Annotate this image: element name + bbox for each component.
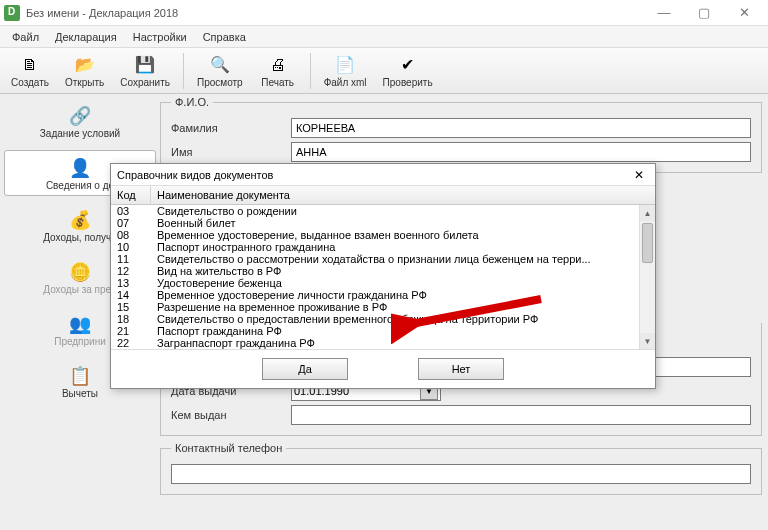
money-icon: 💰 (68, 208, 92, 232)
coins-icon: 🪙 (68, 260, 92, 284)
table-row[interactable]: 14Временное удостоверение личности гражд… (111, 289, 655, 301)
dialog-list: 03Свидетельство о рождении07Военный биле… (111, 205, 655, 349)
menu-file[interactable]: Файл (4, 29, 47, 45)
row-name: Свидетельство о предоставлении временног… (151, 313, 655, 325)
menu-help[interactable]: Справка (195, 29, 254, 45)
dialog-button-row: Да Нет (111, 349, 655, 388)
row-name: Свидетельство о рассмотрении ходатайства… (151, 253, 655, 265)
table-row[interactable]: 03Свидетельство о рождении (111, 205, 655, 217)
close-button[interactable]: ✕ (724, 2, 764, 24)
toolbar-sep (310, 53, 311, 89)
lastname-label: Фамилия (171, 122, 291, 134)
row-code: 14 (111, 289, 151, 301)
toolbar-sep (183, 53, 184, 89)
table-row[interactable]: 10Паспорт иностранного гражданина (111, 241, 655, 253)
dialog-no-button[interactable]: Нет (418, 358, 504, 380)
row-code: 13 (111, 277, 151, 289)
dialog-titlebar: Справочник видов документов ✕ (111, 164, 655, 186)
create-icon: 🗎 (19, 54, 41, 76)
person-icon: 👤 (68, 156, 92, 180)
toolbar-open[interactable]: 📂Открыть (58, 51, 111, 91)
minimize-button[interactable]: — (644, 2, 684, 24)
row-code: 07 (111, 217, 151, 229)
row-code: 08 (111, 229, 151, 241)
table-row[interactable]: 18Свидетельство о предоставлении временн… (111, 313, 655, 325)
dialog-title: Справочник видов документов (117, 169, 273, 181)
row-code: 10 (111, 241, 151, 253)
phone-fieldset: Контактный телефон (160, 442, 762, 495)
firstname-label: Имя (171, 146, 291, 158)
table-row[interactable]: 15Разрешение на временное проживание в Р… (111, 301, 655, 313)
toolbar-check[interactable]: ✔Проверить (376, 51, 440, 91)
phone-input[interactable] (171, 464, 751, 484)
row-name: Разрешение на временное проживание в РФ (151, 301, 655, 313)
table-row[interactable]: 07Военный билет (111, 217, 655, 229)
column-name[interactable]: Наименование документа (151, 186, 655, 204)
column-code[interactable]: Код (111, 186, 151, 204)
lastname-input[interactable] (291, 118, 751, 138)
titlebar: Без имени - Декларация 2018 — ▢ ✕ (0, 0, 768, 26)
scroll-up-icon[interactable]: ▲ (640, 205, 655, 221)
toolbar-create[interactable]: 🗎Создать (4, 51, 56, 91)
toolbar-save[interactable]: 💾Сохранить (113, 51, 177, 91)
row-name: Паспорт гражданина РФ (151, 325, 655, 337)
preview-icon: 🔍 (209, 54, 231, 76)
row-name: Загранпаспорт гражданина РФ (151, 337, 655, 349)
tree-icon: 🔗 (68, 104, 92, 128)
fio-fieldset: Ф.И.О. Фамилия Имя (160, 96, 762, 173)
dialog-header-row: Код Наименование документа (111, 186, 655, 205)
toolbar-print[interactable]: 🖨Печать (252, 51, 304, 91)
table-row[interactable]: 08Временное удостоверение, выданное взам… (111, 229, 655, 241)
sidebar-item-conditions[interactable]: 🔗Задание условий (4, 98, 156, 144)
scroll-down-icon[interactable]: ▼ (640, 333, 655, 349)
toolbar-preview[interactable]: 🔍Просмотр (190, 51, 250, 91)
dialog-close-button[interactable]: ✕ (629, 166, 649, 184)
row-name: Вид на жительство в РФ (151, 265, 655, 277)
toolbar-xml[interactable]: 📄Файл xml (317, 51, 374, 91)
window-controls: — ▢ ✕ (644, 2, 764, 24)
row-name: Временное удостоверение, выданное взамен… (151, 229, 655, 241)
save-icon: 💾 (134, 54, 156, 76)
table-row[interactable]: 13Удостоверение беженца (111, 277, 655, 289)
fio-legend: Ф.И.О. (171, 96, 213, 108)
row-code: 18 (111, 313, 151, 325)
menubar: Файл Декларация Настройки Справка (0, 26, 768, 48)
toolbar: 🗎Создать 📂Открыть 💾Сохранить 🔍Просмотр 🖨… (0, 48, 768, 94)
check-icon: ✔ (397, 54, 419, 76)
table-row[interactable]: 11Свидетельство о рассмотрении ходатайст… (111, 253, 655, 265)
table-row[interactable]: 22Загранпаспорт гражданина РФ (111, 337, 655, 349)
table-row[interactable]: 12Вид на жительство в РФ (111, 265, 655, 277)
print-icon: 🖨 (267, 54, 289, 76)
row-name: Военный билет (151, 217, 655, 229)
app-icon (4, 5, 20, 21)
maximize-button[interactable]: ▢ (684, 2, 724, 24)
row-code: 12 (111, 265, 151, 277)
scroll-thumb[interactable] (642, 223, 653, 263)
row-code: 03 (111, 205, 151, 217)
table-row[interactable]: 21Паспорт гражданина РФ (111, 325, 655, 337)
menu-declaration[interactable]: Декларация (47, 29, 125, 45)
row-name: Свидетельство о рождении (151, 205, 655, 217)
scrollbar[interactable]: ▲ ▼ (639, 205, 655, 349)
window-title: Без имени - Декларация 2018 (26, 7, 178, 19)
row-code: 15 (111, 301, 151, 313)
briefcase-icon: 👥 (68, 312, 92, 336)
row-name: Временное удостоверение личности граждан… (151, 289, 655, 301)
phone-legend: Контактный телефон (171, 442, 286, 454)
row-name: Паспорт иностранного гражданина (151, 241, 655, 253)
row-code: 11 (111, 253, 151, 265)
document-types-dialog: Справочник видов документов ✕ Код Наимен… (110, 163, 656, 389)
row-code: 22 (111, 337, 151, 349)
issued-by-label: Кем выдан (171, 409, 291, 421)
dialog-yes-button[interactable]: Да (262, 358, 348, 380)
open-icon: 📂 (74, 54, 96, 76)
firstname-input[interactable] (291, 142, 751, 162)
issued-by-input[interactable] (291, 405, 751, 425)
xml-icon: 📄 (334, 54, 356, 76)
row-name: Удостоверение беженца (151, 277, 655, 289)
deduction-icon: 📋 (68, 364, 92, 388)
row-code: 21 (111, 325, 151, 337)
menu-settings[interactable]: Настройки (125, 29, 195, 45)
